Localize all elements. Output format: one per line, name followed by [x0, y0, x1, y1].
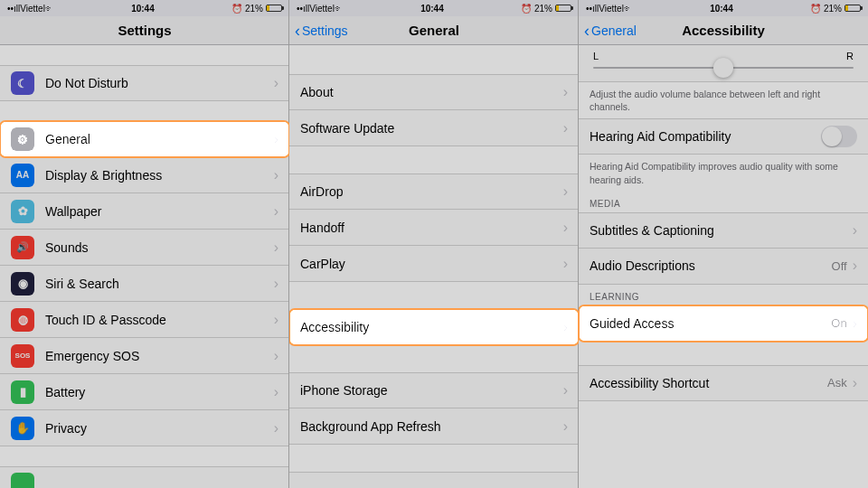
- accessibility-panel: ••ıll Viettel ᯤ 10:44 ⏰ 21% ‹ General Ac…: [579, 0, 868, 488]
- chevron-right-icon: ›: [563, 382, 568, 399]
- flower-icon: ✿: [11, 200, 34, 223]
- general-panel: ••ıll Viettel ᯤ 10:44 ⏰ 21% ‹ Settings G…: [289, 0, 579, 488]
- chevron-right-icon: ›: [274, 239, 278, 256]
- chevron-left-icon: ‹: [584, 23, 590, 39]
- row-label: Display & Brightness: [45, 168, 274, 183]
- back-label: General: [591, 23, 637, 38]
- guided-access-row[interactable]: Guided AccessOn›: [579, 305, 868, 342]
- settings-row-partial[interactable]: [0, 466, 289, 488]
- general-row-about[interactable]: About›: [289, 74, 579, 110]
- carrier-label: Viettel: [309, 4, 335, 14]
- chevron-right-icon: ›: [274, 420, 278, 436]
- settings-row-battery[interactable]: ▮ Battery ›: [0, 374, 289, 410]
- alarm-icon: ⏰: [231, 4, 242, 14]
- moon-icon: ☾: [11, 71, 34, 95]
- chevron-right-icon: ›: [274, 348, 278, 364]
- back-button[interactable]: ‹ Settings: [289, 23, 348, 39]
- balance-right-label: R: [846, 51, 854, 61]
- chevron-right-icon: ›: [853, 222, 857, 239]
- gear-icon: ⚙: [11, 127, 34, 151]
- settings-row-general[interactable]: ⚙ General ›: [0, 121, 289, 157]
- row-label: Hearing Aid Compatibility: [590, 129, 821, 144]
- chevron-right-icon: ›: [563, 220, 568, 236]
- general-row-software[interactable]: Software Update›: [289, 110, 579, 146]
- row-label: Handoff: [300, 221, 563, 235]
- status-time: 10:44: [633, 4, 810, 14]
- row-label: Sounds: [45, 240, 274, 255]
- siri-icon: ◉: [11, 272, 34, 296]
- balance-slider[interactable]: [593, 67, 854, 69]
- settings-row-wallpaper[interactable]: ✿ Wallpaper ›: [0, 193, 289, 230]
- chevron-right-icon: ›: [274, 312, 278, 328]
- settings-row-touchid[interactable]: ◍ Touch ID & Passcode ›: [0, 302, 289, 338]
- row-label: Emergency SOS: [45, 349, 274, 363]
- slider-thumb[interactable]: [713, 58, 733, 78]
- section-learning: LEARNING: [579, 285, 868, 305]
- chevron-right-icon: ›: [563, 256, 568, 272]
- chevron-right-icon: ›: [563, 183, 568, 200]
- chevron-right-icon: ›: [274, 384, 278, 400]
- settings-row-display[interactable]: AA Display & Brightness ›: [0, 157, 289, 193]
- row-label: General: [45, 132, 274, 146]
- hearing-aid-toggle[interactable]: [821, 126, 857, 147]
- row-label: Audio Descriptions: [590, 258, 832, 273]
- wifi-icon: ᯤ: [335, 4, 344, 14]
- general-row-handoff[interactable]: Handoff›: [289, 210, 579, 246]
- settings-row-privacy[interactable]: ✋ Privacy ›: [0, 410, 289, 446]
- settings-panel: ••ıll Viettel ᯤ 10:44 ⏰ 21% Settings ☾ D…: [0, 0, 289, 488]
- row-label: Touch ID & Passcode: [45, 313, 274, 327]
- battery-pct: 21%: [534, 4, 552, 14]
- hearing-aid-row[interactable]: Hearing Aid Compatibility: [579, 118, 868, 155]
- general-row-accessibility[interactable]: Accessibility›: [289, 309, 579, 345]
- chevron-left-icon: ‹: [295, 23, 300, 39]
- row-label: Subtitles & Captioning: [590, 223, 853, 238]
- status-bar: ••ıll Viettel ᯤ 10:44 ⏰ 21%: [579, 0, 868, 16]
- settings-row-dnd[interactable]: ☾ Do Not Disturb ›: [0, 65, 289, 101]
- settings-row-sounds[interactable]: 🔊 Sounds ›: [0, 230, 289, 266]
- row-label: Software Update: [300, 121, 563, 136]
- chevron-right-icon: ›: [274, 276, 278, 292]
- chevron-right-icon: ›: [853, 375, 857, 391]
- subtitles-row[interactable]: Subtitles & Captioning›: [579, 212, 868, 249]
- signal-icon: ••ıll: [7, 4, 20, 14]
- carrier-label: Viettel: [599, 4, 624, 14]
- hand-icon: ✋: [11, 417, 34, 440]
- balance-note: Adjust the audio volume balance between …: [579, 82, 868, 118]
- nav-header: Settings: [0, 16, 289, 45]
- brightness-icon: AA: [11, 164, 34, 187]
- settings-row-sos[interactable]: SOS Emergency SOS ›: [0, 338, 289, 374]
- balance-slider-block: L R: [579, 45, 868, 82]
- audio-desc-row[interactable]: Audio DescriptionsOff›: [579, 249, 868, 285]
- alarm-icon: ⏰: [810, 4, 821, 14]
- section-media: MEDIA: [579, 192, 868, 212]
- general-row-bgrefresh[interactable]: Background App Refresh›: [289, 408, 579, 445]
- row-value: Off: [832, 259, 847, 273]
- row-label: CarPlay: [300, 257, 563, 271]
- back-button[interactable]: ‹ General: [579, 23, 637, 39]
- page-title: Settings: [0, 23, 289, 38]
- status-time: 10:44: [344, 4, 521, 14]
- hearing-aid-note: Hearing Aid Compatibility improves audio…: [579, 155, 868, 191]
- wifi-icon: ᯤ: [45, 4, 54, 14]
- unknown-icon: [11, 473, 34, 488]
- status-bar: ••ıll Viettel ᯤ 10:44 ⏰ 21%: [289, 0, 579, 16]
- general-row-storage[interactable]: iPhone Storage›: [289, 372, 579, 408]
- row-label: Privacy: [45, 421, 274, 436]
- row-label: Accessibility Shortcut: [590, 376, 827, 390]
- accessibility-shortcut-row[interactable]: Accessibility ShortcutAsk›: [579, 365, 868, 401]
- settings-row-siri[interactable]: ◉ Siri & Search ›: [0, 266, 289, 302]
- row-label: About: [300, 85, 563, 99]
- row-value: Ask: [827, 376, 847, 389]
- chevron-right-icon: ›: [853, 315, 857, 332]
- row-label: AirDrop: [300, 184, 563, 199]
- row-label: Guided Access: [590, 316, 831, 331]
- general-row-carplay[interactable]: CarPlay›: [289, 246, 579, 282]
- row-label: Siri & Search: [45, 277, 274, 291]
- speaker-icon: 🔊: [11, 236, 34, 259]
- general-row-partial[interactable]: [289, 472, 579, 488]
- battery-icon: [844, 5, 861, 12]
- sos-icon: SOS: [11, 344, 34, 368]
- row-label: Wallpaper: [45, 204, 274, 219]
- chevron-right-icon: ›: [853, 258, 857, 274]
- general-row-airdrop[interactable]: AirDrop›: [289, 174, 579, 210]
